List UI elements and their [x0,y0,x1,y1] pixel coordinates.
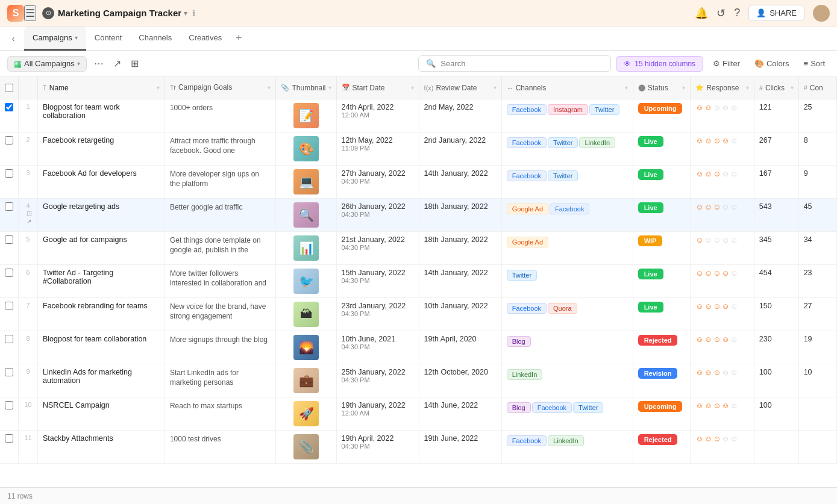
row-thumbnail[interactable]: 📊 [276,231,336,264]
channel-tag: Twitter [573,402,603,413]
sort-button[interactable]: ≡ Sort [799,57,830,70]
row-checkbox[interactable] [5,269,13,277]
view-options-icon[interactable]: ⋯ [92,55,106,72]
row-checkbox[interactable] [5,103,13,111]
row-collapse-icon[interactable]: ⊡ [27,210,32,217]
table-header-row: T Name ▾ Tr Campaign Goals ▾ 📎 Thum [0,77,837,99]
row-name[interactable]: Twitter Ad - Targeting #Collaboration [38,264,165,297]
row-name[interactable]: Google retargeting ads [38,198,165,231]
filter-button[interactable]: ⚙ Filter [708,57,745,70]
th-goals-sort[interactable]: ▾ [268,84,271,92]
row-checkbox[interactable] [5,401,13,409]
info-icon[interactable]: ℹ [192,8,195,18]
th-thumbnail-sort[interactable]: ▾ [328,84,331,91]
sidebar-collapse-icon[interactable]: ‹ [5,30,22,47]
th-status-sort[interactable]: ▾ [682,84,685,91]
share-button[interactable]: 👤 SHARE [748,5,804,21]
row-response: ☺☺☺☺☺ [691,364,754,397]
table-body: 1 Blogpost for team work collaboration 1… [0,99,837,463]
row-checkbox-cell [0,397,19,430]
row-clicks: 100 [754,364,798,397]
table-row: 7 Facebook rebranding for teams New voic… [0,297,837,331]
row-checkbox-cell [0,297,19,331]
tab-creatives-label: Creatives [189,33,222,42]
row-name[interactable]: NSRCEL Campaign [38,397,165,430]
search-box[interactable]: 🔍 [418,55,611,72]
status-badge: Live [638,302,663,313]
th-thumbnail-icon: 📎 [281,84,289,92]
th-review-date-icon: f(x) [424,84,434,92]
th-response-sort[interactable]: ▾ [746,84,749,91]
row-start-date: 21st January, 2022 04:30 PM [336,231,419,264]
start-date-time: 04:30 PM [342,376,414,384]
row-channels: Google Ad [501,231,633,264]
view-selector[interactable]: ▦ All Campaigns ▾ [7,56,87,72]
th-start-date-sort[interactable]: ▾ [411,84,414,91]
row-checkbox-cell [0,364,19,397]
row-status: Live [633,165,691,198]
row-thumbnail[interactable]: 🌄 [276,331,336,364]
tabbar: ‹ Campaigns ▾ Content Channels Creatives… [0,26,837,51]
row-checkbox[interactable] [5,302,13,310]
add-tab-icon[interactable]: + [230,30,247,47]
status-badge: Live [638,269,663,279]
row-name[interactable]: Facebook Ad for developers [38,165,165,198]
history-icon[interactable]: ↺ [716,7,726,20]
row-expand-arrow[interactable]: ↗ [27,218,31,225]
channel-tag: Facebook [507,170,547,181]
row-checkbox[interactable] [5,335,13,343]
row-checkbox[interactable] [5,434,13,443]
share-view-icon[interactable]: ↗ [111,55,124,72]
row-thumbnail[interactable]: 💻 [276,165,336,198]
response-faces: ☺☺☺☺☺ [695,335,748,344]
row-checkbox[interactable] [5,368,13,376]
user-avatar[interactable] [813,5,830,22]
help-icon[interactable]: ? [734,7,740,19]
row-thumbnail[interactable]: 💼 [276,364,336,397]
th-channels-sort[interactable]: ▾ [625,84,628,91]
colors-button[interactable]: 🎨 Colors [750,57,794,70]
response-face-filled: ☺ [713,368,721,377]
th-clicks-sort[interactable]: ▾ [791,84,794,91]
start-date-time: 04:30 PM [342,178,414,185]
row-name[interactable]: Facebook rebranding for teams [38,297,165,331]
notification-icon[interactable]: 🔔 [695,7,708,20]
row-thumbnail[interactable]: 🏔 [276,297,336,331]
row-thumbnail[interactable]: 📎 [276,430,336,463]
row-name[interactable]: Google ad for campaigns [38,231,165,264]
row-thumbnail[interactable]: 📝 [276,99,336,132]
search-input[interactable] [440,59,603,68]
row-checkbox[interactable] [5,235,13,244]
grid-icon: ▦ [14,59,22,69]
tab-channels[interactable]: Channels [130,26,180,51]
tab-content[interactable]: Content [86,26,131,51]
row-thumbnail[interactable]: 🐦 [276,264,336,297]
app-title: Marketing Campaign Tracker [58,8,181,18]
row-checkbox[interactable] [5,202,13,211]
response-face-filled: ☺ [704,401,712,410]
row-thumbnail[interactable]: 🎨 [276,132,336,165]
row-con: 19 [798,331,836,364]
row-name[interactable]: Facebook retargeting [38,132,165,165]
menu-icon[interactable]: ☰ [24,5,36,21]
row-channels: Blog [501,331,633,364]
th-review-date-sort[interactable]: ▾ [494,84,497,91]
hidden-columns-button[interactable]: 👁 15 hidden columns [616,56,703,72]
row-name[interactable]: Blogpost for team collaboration [38,331,165,364]
row-status: Live [633,297,691,331]
tab-campaigns[interactable]: Campaigns ▾ [24,26,86,51]
tab-creatives[interactable]: Creatives [180,26,230,51]
title-chevron[interactable]: ▾ [184,9,187,17]
row-name[interactable]: Stackby Attachments [38,430,165,463]
row-thumbnail[interactable]: 🔍 [276,198,336,231]
row-name[interactable]: LinkedIn Ads for marketing automation [38,364,165,397]
row-checkbox[interactable] [5,136,13,145]
row-name[interactable]: Blogpost for team work collaboration [38,99,165,132]
row-thumbnail[interactable]: 🚀 [276,397,336,430]
row-number: 5 [19,231,38,264]
response-face-filled: ☺ [704,335,712,344]
lock-view-icon[interactable]: ⊞ [128,55,141,72]
select-all-checkbox[interactable] [5,84,13,92]
row-checkbox[interactable] [5,169,13,178]
th-name-sort[interactable]: ▾ [157,84,160,91]
